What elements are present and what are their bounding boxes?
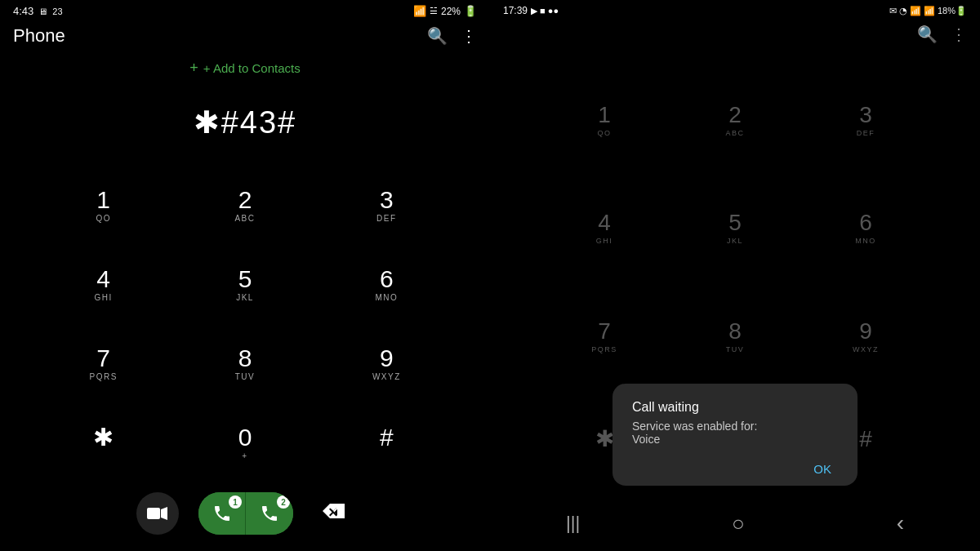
wifi-icon: 📶	[413, 5, 426, 17]
left-phone-panel: 4:43 🖥 23 📶 ☱ 22% 🔋 Phone 🔍 ⋮ + + Add to…	[0, 0, 490, 551]
dialog-title: Call waiting	[632, 400, 838, 415]
more-options-button[interactable]: ⋮	[461, 26, 477, 46]
status-bar-right: 📶 ☱ 22% 🔋	[413, 5, 477, 17]
app-title: Phone	[13, 25, 65, 47]
dialpad-key-star[interactable]: ✱	[33, 403, 174, 482]
battery-icon: 🔋	[464, 5, 477, 17]
add-icon: +	[189, 60, 198, 77]
dialog-line2: Voice	[632, 433, 838, 446]
dialpad-key-2[interactable]: 2 ABC	[174, 165, 315, 244]
call-button-1[interactable]: 1	[198, 492, 246, 535]
add-to-contacts-button[interactable]: + + Add to Contacts	[0, 53, 490, 80]
dialpad-key-6[interactable]: 6 MNO	[316, 244, 457, 323]
right-dialpad-key-7[interactable]: 7 PQRS	[539, 283, 670, 391]
left-app-bar: Phone 🔍 ⋮	[0, 22, 490, 53]
app-bar-icons: 🔍 ⋮	[427, 26, 477, 46]
right-dialpad-key-9[interactable]: 9 WXYZ	[800, 283, 931, 391]
right-status-left: 17:39 ▶ ■ ●●	[503, 5, 559, 16]
action-bar: 1 2	[0, 482, 490, 551]
nav-home-button[interactable]: ○	[715, 508, 761, 540]
dialpad-key-hash[interactable]: #	[316, 403, 457, 482]
status-time: 4:43	[13, 5, 33, 17]
call-waiting-dialog: Call waiting Service was enabled for: Vo…	[612, 384, 858, 486]
search-button[interactable]: 🔍	[427, 26, 448, 46]
nav-back-button[interactable]: ‹	[880, 507, 920, 540]
signal-icon: ☱	[430, 6, 438, 16]
dialpad-key-4[interactable]: 4 GHI	[33, 244, 174, 323]
dialog-body: Service was enabled for: Voice	[632, 420, 838, 446]
right-dialpad-key-4[interactable]: 4 GHI	[539, 175, 670, 282]
call-badge-1: 1	[229, 495, 242, 509]
phone-icon-1	[212, 504, 232, 523]
phone-icon-2	[260, 504, 279, 523]
dialpad-key-1[interactable]: 1 QO	[33, 165, 174, 244]
left-dialpad: 1 QO 2 ABC 3 DEF 4 GHI 5 JKL 6 MNO 7 PQR…	[0, 165, 490, 482]
dialog-ok-button[interactable]: OK	[807, 459, 838, 479]
dialed-number-display: ✱#43#	[0, 80, 490, 165]
status-sim-icon: 🖥	[38, 7, 47, 16]
right-search-button[interactable]: 🔍	[917, 24, 938, 44]
call-button-group: 1 2	[198, 492, 293, 535]
right-dialpad-key-3[interactable]: 3 DEF	[800, 67, 931, 175]
right-dialpad-key-8[interactable]: 8 TUV	[670, 283, 800, 391]
right-phone-panel: 17:39 ▶ ■ ●● ✉ ◔ 📶 📶 18%🔋 🔍 ⋮ 1 QO 2 ABC…	[490, 0, 980, 551]
right-notification-icons: ✉ ◔ 📶 📶 18%🔋	[889, 6, 967, 16]
backspace-button[interactable]	[313, 502, 354, 525]
status-bar-left: 4:43 🖥 23	[13, 5, 63, 17]
right-app-bar: 🔍 ⋮	[490, 21, 980, 51]
dialpad-key-3[interactable]: 3 DEF	[316, 165, 457, 244]
backspace-icon	[321, 502, 345, 520]
nav-menu-button[interactable]: |||	[550, 509, 596, 537]
right-dialpad-key-5[interactable]: 5 JKL	[670, 175, 800, 282]
dialog-line1: Service was enabled for:	[632, 420, 838, 433]
dialpad-key-9[interactable]: 9 WXYZ	[316, 324, 457, 403]
right-status-bar: 17:39 ▶ ■ ●● ✉ ◔ 📶 📶 18%🔋	[490, 0, 980, 21]
right-nav-bar: ||| ○ ‹	[490, 499, 980, 551]
call-badge-2: 2	[277, 495, 290, 509]
dialpad-key-7[interactable]: 7 PQRS	[33, 324, 174, 403]
svg-rect-0	[147, 508, 160, 519]
dialpad-key-0[interactable]: 0 +	[174, 403, 315, 482]
video-call-button[interactable]	[136, 492, 179, 535]
svg-marker-1	[161, 507, 167, 520]
right-time: 17:39	[503, 5, 528, 16]
dialpad-key-8[interactable]: 8 TUV	[174, 324, 315, 403]
add-to-contacts-label: + Add to Contacts	[203, 61, 301, 75]
left-status-bar: 4:43 🖥 23 📶 ☱ 22% 🔋	[0, 0, 490, 22]
right-more-options-button[interactable]: ⋮	[951, 24, 967, 44]
right-icons: ▶ ■ ●●	[531, 6, 559, 16]
video-icon	[147, 505, 168, 522]
right-dialpad-key-6[interactable]: 6 MNO	[800, 175, 931, 282]
right-status-right: ✉ ◔ 📶 📶 18%🔋	[889, 6, 967, 16]
dialog-actions: OK	[632, 459, 838, 479]
battery-text: 22%	[441, 6, 461, 17]
right-dialpad-key-2[interactable]: 2 ABC	[670, 67, 800, 175]
status-sim-num: 23	[52, 7, 62, 16]
dialpad-key-5[interactable]: 5 JKL	[174, 244, 315, 323]
call-button-2[interactable]: 2	[246, 492, 293, 535]
right-dialpad-key-1[interactable]: 1 QO	[539, 67, 670, 175]
